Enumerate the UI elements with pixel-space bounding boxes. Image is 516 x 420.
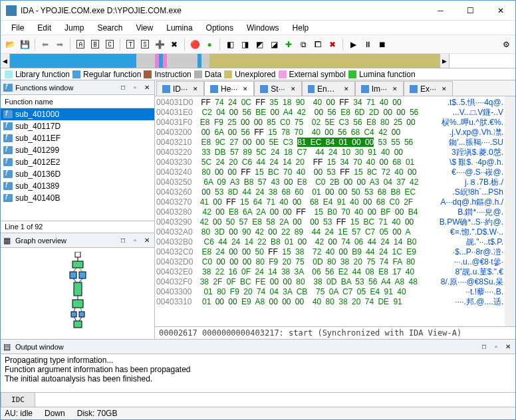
stop-icon[interactable]: 🔴 bbox=[188, 38, 201, 51]
tab[interactable]: Enums✕ bbox=[302, 81, 355, 96]
play-icon[interactable]: ▶ bbox=[346, 38, 360, 51]
unlink-icon[interactable]: ⧠ bbox=[311, 38, 324, 51]
tool-g-icon[interactable]: ✖ bbox=[168, 38, 181, 51]
tab[interactable]: Im···✕ bbox=[355, 81, 404, 96]
hex-row[interactable]: 004032F038 2F 0F BC FE 00 00 80 38 0D BA… bbox=[156, 277, 503, 287]
db1-icon[interactable]: ◧ bbox=[223, 38, 237, 51]
function-row[interactable]: sub_40117D bbox=[1, 120, 154, 132]
function-row[interactable]: sub_4011EF bbox=[1, 132, 154, 144]
function-row[interactable]: sub_4012E2 bbox=[1, 156, 154, 168]
hex-row[interactable]: 0040329042 00 50 57 E8 58 2A 00 00 53 FF… bbox=[156, 217, 503, 227]
menu-search[interactable]: Search bbox=[90, 22, 129, 34]
hex-row[interactable]: 004032C0E8 24 00 00 50 FF 15 38 72 40 00… bbox=[156, 247, 503, 257]
tab[interactable]: Ex···✕ bbox=[404, 81, 453, 96]
hex-row[interactable]: 004031F0E8 F9 25 00 00 85 C0 75 02 5E C3… bbox=[156, 118, 503, 128]
tab-close-icon[interactable]: ✕ bbox=[291, 86, 296, 92]
menu-view[interactable]: View bbox=[129, 22, 160, 34]
graph-pin-icon[interactable]: ▫ bbox=[130, 236, 140, 245]
function-row[interactable]: sub_401000 bbox=[1, 108, 154, 120]
back-icon[interactable]: ⬅ bbox=[39, 38, 52, 51]
hex-row[interactable]: 004032B0C6 44 24 14 22 B8 01 00 42 00 74… bbox=[156, 237, 503, 247]
tab-close-icon[interactable]: ✕ bbox=[193, 86, 198, 92]
menu-options[interactable]: Options bbox=[199, 22, 240, 34]
hex-row[interactable]: 004032506A 09 A3 B8 57 43 00 E8 C0 2B 00… bbox=[156, 177, 503, 187]
nav-right-icon[interactable]: ▶ bbox=[440, 54, 449, 68]
db4-icon[interactable]: ◪ bbox=[267, 38, 281, 51]
functions-list[interactable]: sub_401000sub_40117Dsub_4011EFsub_401299… bbox=[1, 108, 154, 221]
close-button[interactable]: ✕ bbox=[485, 1, 515, 20]
graph-canvas[interactable] bbox=[1, 248, 154, 339]
output-close-icon[interactable]: ✕ bbox=[503, 342, 513, 352]
menu-windows[interactable]: Windows bbox=[240, 22, 286, 34]
tab-close-icon[interactable]: ✕ bbox=[344, 86, 349, 92]
output-pin-icon[interactable]: ▫ bbox=[491, 342, 501, 352]
tool-c-icon[interactable]: 🄲 bbox=[103, 38, 116, 51]
graph-min-icon[interactable]: □ bbox=[118, 236, 128, 245]
nav-left-icon[interactable]: ◀ bbox=[1, 54, 10, 68]
tab[interactable]: ID···✕ bbox=[156, 81, 204, 96]
hex-row[interactable]: 004032E038 22 16 0F 24 14 38 3A 06 56 E2… bbox=[156, 267, 503, 277]
vscrollbar[interactable] bbox=[505, 96, 515, 326]
nav-segment[interactable] bbox=[201, 54, 209, 68]
db2-icon[interactable]: ◨ bbox=[238, 38, 251, 51]
db3-icon[interactable]: ◩ bbox=[253, 38, 266, 51]
tab-close-icon[interactable]: ✕ bbox=[442, 86, 447, 92]
panel-pin-icon[interactable]: ▫ bbox=[130, 83, 140, 92]
tab-close-icon[interactable]: ✕ bbox=[392, 86, 398, 92]
hex-row[interactable]: 004031D0FF 74 24 0C FF 35 18 90 40 00 FF… bbox=[156, 98, 503, 108]
cmd-input[interactable] bbox=[35, 393, 515, 407]
tab[interactable]: He···✕ bbox=[204, 81, 254, 96]
hex-row[interactable]: 0040326000 53 8D 44 24 38 68 60 01 00 00… bbox=[156, 187, 503, 197]
settings-icon[interactable]: ⚙ bbox=[499, 38, 513, 51]
tab-close-icon[interactable]: ✕ bbox=[243, 86, 248, 92]
hex-row[interactable]: 0040320000 6A 00 56 FF 15 78 70 40 00 56… bbox=[156, 128, 503, 138]
minimize-button[interactable]: ─ bbox=[426, 1, 455, 20]
nav-segment[interactable] bbox=[136, 54, 155, 68]
hex-row[interactable]: 0040328042 00 E8 6A 2A 00 00 FF 15 B0 70… bbox=[156, 207, 503, 217]
hex-row[interactable]: 0040322033 DB 57 89 5C 24 18 C7 44 24 10… bbox=[156, 148, 503, 158]
hex-row[interactable]: 00403210E8 9C 27 00 00 5E C3 81 EC 84 01… bbox=[156, 138, 503, 148]
maximize-button[interactable]: ☐ bbox=[455, 1, 485, 20]
nav-strip[interactable]: ◀ ▼ ▶ bbox=[1, 54, 515, 68]
graph-close-icon[interactable]: ✕ bbox=[142, 236, 152, 245]
fwd-icon[interactable]: ➡ bbox=[53, 38, 66, 51]
tool-d-icon[interactable]: 🅃 bbox=[124, 38, 137, 51]
hex-row[interactable]: 004032D0C0 00 00 00 80 F9 20 75 0D 80 38… bbox=[156, 257, 503, 267]
tool-a-icon[interactable]: 🄰 bbox=[74, 38, 87, 51]
menu-file[interactable]: File bbox=[5, 22, 31, 34]
menu-lumina[interactable]: Lumina bbox=[160, 22, 199, 34]
output-body[interactable]: Propagating type information...Function … bbox=[1, 354, 515, 393]
panel-close-icon[interactable]: ✕ bbox=[142, 83, 152, 92]
tool-e-icon[interactable]: 🅂 bbox=[138, 38, 152, 51]
functions-col-header[interactable]: Function name bbox=[1, 95, 154, 108]
nav-segment[interactable] bbox=[167, 54, 197, 68]
hex-row[interactable]: 004032305C 24 20 C6 44 24 14 20 FF 15 34… bbox=[156, 158, 503, 167]
hex-row[interactable]: 0040327041 00 FF 15 64 71 40 00 68 E4 91… bbox=[156, 197, 503, 207]
nav-segment[interactable] bbox=[10, 54, 136, 68]
function-row[interactable]: sub_40140B bbox=[1, 192, 154, 204]
menu-edit[interactable]: Edit bbox=[31, 22, 58, 34]
hex-row[interactable]: 0040331001 00 00 E9 A8 00 00 00 40 80 38… bbox=[156, 297, 503, 307]
plus-icon[interactable]: ✚ bbox=[282, 38, 295, 51]
menu-jump[interactable]: Jump bbox=[58, 22, 90, 34]
tool-f-icon[interactable]: ➕ bbox=[153, 38, 166, 51]
hex-row[interactable]: 0040330001 80 F9 20 74 04 3A CB 75 0A C7… bbox=[156, 287, 503, 297]
output-min-icon[interactable]: □ bbox=[479, 342, 489, 352]
hex-row[interactable]: 0040324080 00 00 FF 15 BC 70 40 00 53 FF… bbox=[156, 167, 503, 177]
pause-icon[interactable]: ⏸ bbox=[361, 38, 374, 51]
nav-canvas[interactable]: ▼ bbox=[10, 54, 440, 68]
tool-b-icon[interactable]: 🄱 bbox=[88, 38, 102, 51]
stop2-icon[interactable]: ⏹ bbox=[376, 38, 389, 51]
go-icon[interactable]: ● bbox=[203, 38, 216, 51]
panel-min-icon[interactable]: □ bbox=[118, 83, 128, 92]
link-icon[interactable]: ⧉ bbox=[297, 38, 310, 51]
hex-row[interactable]: 004031E0C2 04 00 56 BE 00 A4 42 00 56 E8… bbox=[156, 108, 503, 118]
function-row[interactable]: sub_401389 bbox=[1, 180, 154, 192]
cmd-label[interactable]: IDC bbox=[1, 393, 35, 407]
hex-row[interactable]: 004032A080 3D 00 90 42 00 22 89 44 24 1E… bbox=[156, 227, 503, 237]
function-row[interactable]: sub_40136D bbox=[1, 168, 154, 180]
function-row[interactable]: sub_401299 bbox=[1, 144, 154, 156]
save-icon[interactable]: 💾 bbox=[18, 38, 31, 51]
tab[interactable]: St···✕ bbox=[254, 81, 301, 96]
hex-view[interactable]: 004031D0FF 74 24 0C FF 35 18 90 40 00 FF… bbox=[155, 96, 505, 326]
